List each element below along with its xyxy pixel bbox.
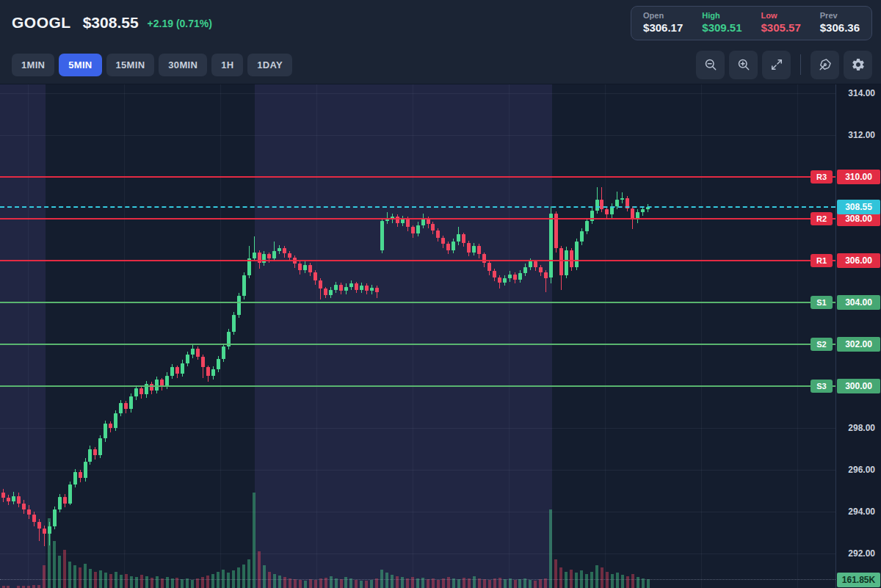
pivot-tag-R2: R2 [811, 212, 833, 225]
zoom-out-button[interactable] [696, 51, 725, 79]
session-band-1 [255, 84, 552, 588]
candle [124, 403, 128, 410]
volume-bar [84, 564, 87, 588]
volume-bar [130, 576, 133, 588]
volume-bar [539, 579, 542, 588]
candle [12, 496, 15, 501]
candle [134, 388, 138, 396]
volume-bar [278, 576, 281, 588]
candle [472, 246, 476, 253]
candle [283, 248, 286, 253]
candle [523, 267, 527, 274]
candle [416, 225, 420, 233]
axis-tick-294.00: 294.00 [848, 506, 875, 518]
volume-bar [349, 578, 352, 588]
h-gridline-296 [0, 470, 835, 471]
volume-bar [242, 565, 245, 588]
volume-bar [330, 576, 333, 588]
pivot-line-R2 [0, 218, 835, 219]
candle [79, 472, 82, 479]
candle [7, 498, 10, 501]
candle [427, 219, 430, 224]
candle [436, 231, 440, 238]
v-gridline [605, 84, 606, 588]
volume-bar [385, 573, 388, 588]
volume-bar [416, 578, 419, 588]
v-gridline [316, 84, 317, 588]
candle [349, 283, 353, 286]
zoom-out-icon [703, 57, 718, 72]
candle [375, 288, 379, 292]
v-gridline [220, 84, 221, 588]
timeframe-1min[interactable]: 1MIN [12, 54, 54, 76]
candle [549, 214, 553, 277]
candle [565, 250, 568, 275]
h-gridline-294 [0, 512, 835, 512]
stat-prev-label: Prev [820, 11, 860, 21]
candle [360, 286, 363, 290]
h-gridline-292 [0, 553, 835, 554]
candle [370, 288, 374, 291]
volume-bar [370, 580, 373, 588]
h-gridline-314 [0, 93, 835, 94]
volume-bar [196, 578, 199, 588]
current-price-badge: 308.55 [837, 200, 880, 214]
volume-bar [258, 551, 261, 588]
stat-high-label: High [702, 11, 742, 21]
candle [175, 367, 179, 374]
candle [411, 227, 415, 233]
candle [482, 254, 486, 262]
timeframe-15min[interactable]: 15MIN [106, 54, 155, 76]
timeframe-5min[interactable]: 5MIN [59, 54, 101, 76]
current-price-line [0, 206, 835, 208]
zoom-in-button[interactable] [729, 51, 758, 79]
volume-bar [585, 574, 588, 588]
v-gridline [797, 84, 798, 588]
timeframe-1h[interactable]: 1H [211, 54, 243, 76]
v-gridline [124, 84, 125, 588]
candle [559, 248, 563, 275]
candle [222, 346, 225, 359]
current-price: $308.55 [83, 14, 139, 32]
volume-bar [442, 578, 445, 588]
candle [201, 357, 205, 367]
expand-button[interactable] [762, 51, 791, 79]
candle [334, 285, 338, 290]
plot-area[interactable]: R3R2R1S1S2S3 [0, 84, 835, 588]
candle [22, 504, 26, 510]
candle [181, 363, 184, 374]
pivot-line-R1 [0, 260, 835, 261]
candle [487, 263, 491, 271]
timeframe-1day[interactable]: 1DAY [247, 54, 292, 76]
candle [303, 265, 307, 270]
volume-level-line [0, 579, 835, 580]
v-gridline [413, 84, 413, 588]
volume-bar [299, 580, 302, 588]
candle [452, 242, 455, 250]
settings-button[interactable] [844, 51, 872, 79]
volume-bar [554, 559, 557, 588]
timeframe-30min[interactable]: 30MIN [159, 54, 207, 76]
stat-high: High $309.51 [702, 11, 742, 35]
volume-bar [468, 578, 471, 588]
candle [37, 522, 41, 529]
stat-low-label: Low [761, 11, 801, 21]
candle [575, 242, 579, 266]
price-axis[interactable]: 314.00312.00298.00296.00294.00292.00310.… [835, 84, 881, 588]
volume-bar [559, 567, 562, 588]
stat-open-label: Open [643, 11, 683, 21]
candle [534, 261, 537, 266]
candle [217, 359, 220, 369]
axis-tick-296.00: 296.00 [848, 464, 875, 476]
volume-bar [355, 580, 358, 588]
candle [513, 275, 517, 280]
candle [308, 265, 312, 272]
candle [508, 275, 512, 279]
candle [493, 271, 496, 277]
draw-tool-button[interactable] [811, 51, 839, 79]
candle [1, 493, 5, 498]
candle [570, 250, 573, 267]
expand-icon [769, 57, 784, 72]
h-gridline-312 [0, 135, 835, 136]
candle [27, 509, 31, 515]
